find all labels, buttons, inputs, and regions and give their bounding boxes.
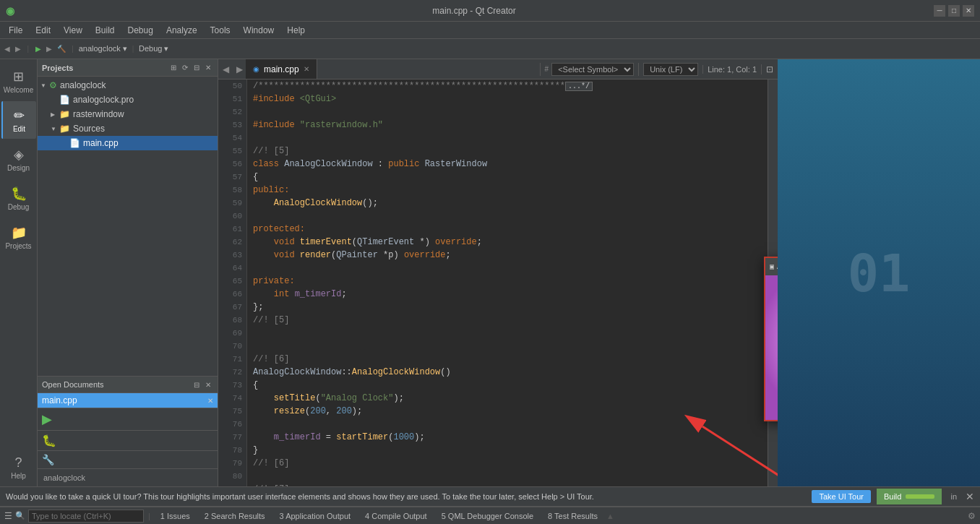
code-line-73: { bbox=[253, 379, 762, 392]
clock-popup-window[interactable]: ▣ Analog Cl... ▲ ─ □ ✕ bbox=[764, 257, 778, 421]
sidebar-item-welcome[interactable]: ⊞ Welcome bbox=[1, 62, 36, 100]
help-icon: ? bbox=[14, 455, 22, 471]
sidebar-item-projects[interactable]: 📁 Projects bbox=[1, 218, 36, 256]
sidebar-item-edit[interactable]: ✏ Edit bbox=[1, 101, 36, 139]
projects-panel-filter[interactable]: ⊞ bbox=[168, 63, 179, 73]
ln-69: 69 bbox=[218, 327, 246, 340]
menu-help[interactable]: Help bbox=[281, 24, 311, 37]
menu-edit[interactable]: Edit bbox=[30, 24, 56, 37]
ln-81: 81 bbox=[218, 483, 246, 486]
editor-expand: ⊡ bbox=[761, 64, 778, 74]
status-bar-icons[interactable]: ⚙ bbox=[968, 511, 976, 521]
sidebar-item-debug[interactable]: 🐛 Debug bbox=[1, 179, 36, 217]
toolbar-btn-back[interactable]: ◀ bbox=[4, 45, 10, 53]
menu-analyze[interactable]: Analyze bbox=[160, 24, 203, 37]
clock-svg bbox=[765, 275, 778, 420]
code-line-78: } bbox=[253, 444, 762, 457]
maximize-button[interactable]: □ bbox=[948, 5, 960, 17]
sidebar-item-help[interactable]: ? Help bbox=[1, 449, 36, 486]
notification-close-button[interactable]: ✕ bbox=[966, 491, 974, 502]
tree-item-rasterwindow[interactable]: ▶ 📁 rasterwindow bbox=[38, 107, 218, 121]
projects-panel-close[interactable]: ✕ bbox=[203, 63, 213, 73]
tree-label-4: main.cpp bbox=[83, 138, 119, 148]
build-button-icon[interactable]: 🔧 bbox=[42, 454, 54, 465]
ln-66: 66 bbox=[218, 288, 246, 301]
symbol-select[interactable]: <Select Symbol> bbox=[551, 63, 634, 76]
fold-button[interactable]: ...*/ bbox=[565, 82, 593, 91]
ln-58: 58 bbox=[218, 184, 246, 197]
tree-item-sources[interactable]: ▼ 📁 Sources bbox=[38, 121, 218, 136]
left-sidebar: ⊞ Welcome ✏ Edit ◈ Design 🐛 Debug 📁 Proj… bbox=[0, 59, 38, 486]
menu-debug[interactable]: Debug bbox=[122, 24, 159, 37]
ln-70: 70 bbox=[218, 340, 246, 353]
toolbar-btn-debug-run[interactable]: ▶ bbox=[46, 45, 52, 53]
tree-item-pro[interactable]: 📄 analogclock.pro bbox=[38, 93, 218, 107]
menu-build[interactable]: Build bbox=[90, 24, 121, 37]
code-line-76 bbox=[253, 418, 762, 431]
minimize-button[interactable]: ─ bbox=[934, 5, 945, 17]
clock-popup-icon: ▣ bbox=[770, 262, 774, 271]
menu-file[interactable]: File bbox=[3, 24, 28, 37]
notification-message: Would you like to take a quick UI tour? … bbox=[6, 492, 806, 501]
editor-tab-maincpp[interactable]: ◉ main.cpp ✕ bbox=[246, 59, 317, 80]
status-tab-application-output[interactable]: 3 Application Output bbox=[274, 510, 356, 522]
open-documents-header: Open Documents ⊟ ✕ bbox=[38, 376, 218, 393]
sidebar-item-design[interactable]: ◈ Design bbox=[1, 140, 36, 178]
status-tab-compile-output[interactable]: 4 Compile Output bbox=[359, 510, 433, 522]
toolbar-btn-build[interactable]: 🔨 bbox=[57, 45, 66, 53]
debug-icon: 🐛 bbox=[11, 186, 27, 202]
tree-icon-1: 📄 bbox=[59, 95, 70, 105]
debug-button-icon[interactable]: 🐛 bbox=[42, 434, 56, 447]
open-doc-maincpp[interactable]: main.cpp ✕ bbox=[38, 393, 218, 408]
tree-label-3: Sources bbox=[73, 124, 105, 134]
tree-item-maincpp[interactable]: 📄 main.cpp bbox=[38, 136, 218, 150]
status-tab-test-results[interactable]: 8 Test Results bbox=[542, 510, 603, 522]
ln-53: 53 bbox=[218, 119, 246, 132]
main-layout: ⊞ Welcome ✏ Edit ◈ Design 🐛 Debug 📁 Proj… bbox=[0, 59, 980, 486]
status-tab-search-results[interactable]: 2 Search Results bbox=[199, 510, 271, 522]
project-name-label: analogclock bbox=[43, 473, 85, 482]
open-docs-close[interactable]: ✕ bbox=[203, 379, 213, 390]
code-line-74: setTitle("Analog Clock"); bbox=[253, 392, 762, 405]
svg-rect-0 bbox=[765, 275, 778, 420]
locate-input[interactable] bbox=[28, 510, 144, 523]
close-button[interactable]: ✕ bbox=[963, 5, 974, 17]
projects-panel-sync[interactable]: ⟳ bbox=[180, 63, 190, 73]
toolbar-btn-forward[interactable]: ▶ bbox=[15, 45, 21, 53]
open-docs-split[interactable]: ⊟ bbox=[192, 379, 202, 390]
take-ui-tour-button[interactable]: Take UI Tour bbox=[812, 490, 871, 503]
ln-56: 56 bbox=[218, 158, 246, 171]
build-progress bbox=[906, 494, 934, 499]
toolbar-btn-run[interactable]: ▶ bbox=[35, 45, 41, 53]
status-tab-issues[interactable]: 1 Issues bbox=[155, 510, 196, 522]
open-doc-close[interactable]: ✕ bbox=[207, 397, 213, 405]
menu-tools[interactable]: Tools bbox=[205, 24, 236, 37]
editor-expand-btn[interactable]: ⊡ bbox=[766, 64, 773, 74]
build-indicator: Build bbox=[877, 489, 942, 504]
toolbar-icons: ◀ ▶ | ▶ ▶ 🔨 | analogclock ▾ | Debug ▾ bbox=[3, 44, 169, 53]
ln-51: 51 bbox=[218, 93, 246, 106]
tab-nav-back[interactable]: ◀ bbox=[218, 64, 233, 74]
tree-item-analogclock[interactable]: ▼ ⚙ analogclock bbox=[38, 78, 218, 93]
line-ending-selector: Unix (LF) bbox=[638, 63, 702, 76]
menu-window[interactable]: Window bbox=[238, 24, 280, 37]
run-button-icon[interactable]: ▶ bbox=[42, 411, 52, 427]
tab-nav-forward[interactable]: ▶ bbox=[233, 64, 246, 74]
code-content[interactable]: /***************************************… bbox=[247, 80, 768, 486]
menu-view[interactable]: View bbox=[58, 24, 88, 37]
code-line-72: AnalogClockWindow::AnalogClockWindow() bbox=[253, 366, 762, 379]
title-bar-left: ◉ bbox=[6, 5, 14, 17]
line-ending-select[interactable]: Unix (LF) bbox=[643, 63, 698, 76]
status-tabs-more[interactable]: ▲ bbox=[606, 512, 614, 520]
status-tab-qml-debugger[interactable]: 5 QML Debugger Console bbox=[436, 510, 539, 522]
code-line-65: private: bbox=[253, 275, 762, 288]
projects-panel-header: Projects ⊞ ⟳ ⊟ ✕ bbox=[38, 59, 218, 77]
code-line-59: AnalogClockWindow(); bbox=[253, 197, 762, 210]
ln-77: 77 bbox=[218, 431, 246, 444]
tab-close-icon[interactable]: ✕ bbox=[304, 65, 309, 73]
code-line-67: }; bbox=[253, 301, 762, 314]
status-bar-toggle[interactable]: ☰ bbox=[4, 511, 12, 521]
projects-panel-split[interactable]: ⊟ bbox=[192, 63, 202, 73]
ln-76: 76 bbox=[218, 418, 246, 431]
sidebar-label-welcome: Welcome bbox=[4, 86, 34, 94]
